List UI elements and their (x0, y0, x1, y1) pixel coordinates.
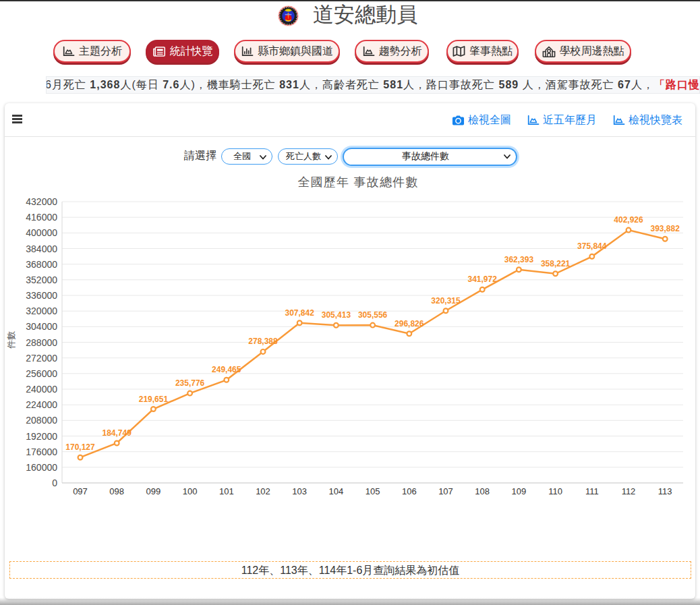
svg-text:219,651: 219,651 (139, 395, 169, 404)
svg-text:109: 109 (512, 486, 527, 496)
svg-text:105: 105 (366, 486, 380, 496)
svg-text:368000: 368000 (26, 259, 57, 270)
svg-text:278,388: 278,388 (248, 337, 278, 346)
svg-text:305,413: 305,413 (322, 310, 351, 320)
svg-text:112: 112 (622, 486, 636, 496)
svg-text:235,776: 235,776 (175, 378, 205, 388)
svg-text:352000: 352000 (26, 275, 57, 285)
svg-text:416000: 416000 (26, 212, 57, 223)
svg-text:393,882: 393,882 (651, 224, 680, 233)
svg-text:101: 101 (219, 486, 234, 496)
svg-text:110: 110 (548, 486, 562, 496)
svg-text:358,221: 358,221 (541, 259, 571, 268)
svg-text:106: 106 (402, 486, 417, 496)
svg-text:102: 102 (256, 486, 270, 496)
svg-text:100: 100 (183, 486, 198, 496)
svg-text:341,972: 341,972 (468, 275, 498, 284)
svg-text:176000: 176000 (26, 446, 57, 457)
svg-text:240000: 240000 (26, 384, 57, 395)
svg-text:402,926: 402,926 (614, 215, 643, 225)
svg-text:272000: 272000 (26, 353, 57, 364)
svg-text:098: 098 (109, 486, 124, 496)
svg-text:307,842: 307,842 (285, 308, 315, 318)
svg-text:400000: 400000 (26, 227, 57, 238)
svg-text:160000: 160000 (26, 462, 57, 473)
svg-text:103: 103 (292, 486, 307, 496)
svg-text:108: 108 (475, 486, 490, 496)
svg-text:256000: 256000 (26, 368, 57, 379)
svg-text:208000: 208000 (26, 415, 57, 426)
svg-text:0: 0 (52, 478, 57, 488)
svg-text:375,844: 375,844 (577, 241, 607, 251)
svg-text:249,465: 249,465 (212, 365, 241, 374)
svg-text:192000: 192000 (26, 431, 57, 442)
svg-text:107: 107 (438, 486, 453, 496)
svg-text:224000: 224000 (26, 399, 57, 410)
svg-text:432000: 432000 (26, 196, 57, 207)
svg-text:320,315: 320,315 (431, 296, 461, 306)
svg-text:288000: 288000 (26, 337, 57, 348)
svg-text:111: 111 (585, 486, 599, 496)
svg-text:384000: 384000 (26, 243, 57, 254)
svg-text:099: 099 (146, 486, 161, 496)
svg-text:304000: 304000 (26, 321, 57, 332)
svg-text:336000: 336000 (26, 290, 57, 301)
svg-text:097: 097 (73, 486, 88, 496)
svg-text:184,749: 184,749 (103, 428, 132, 438)
svg-text:170,127: 170,127 (65, 442, 95, 452)
svg-text:320000: 320000 (26, 306, 57, 316)
svg-text:305,556: 305,556 (358, 310, 388, 320)
svg-text:104: 104 (329, 486, 344, 496)
svg-text:362,393: 362,393 (504, 255, 534, 264)
svg-text:件數: 件數 (6, 331, 16, 349)
svg-text:296,826: 296,826 (395, 319, 424, 328)
svg-text:113: 113 (658, 486, 672, 496)
